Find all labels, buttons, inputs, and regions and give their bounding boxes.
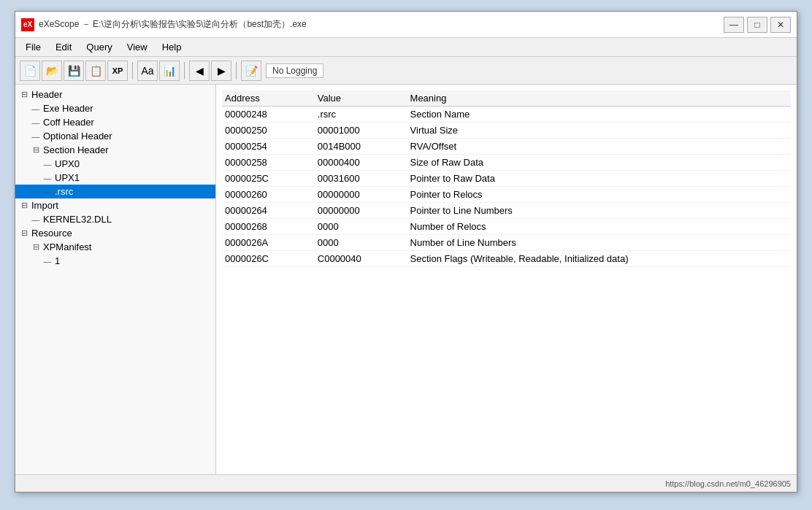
cell-meaning: RVA/Offset bbox=[407, 139, 791, 155]
table-row[interactable]: 00000248.rsrcSection Name bbox=[222, 107, 791, 123]
toolbar-xp-button[interactable]: XP bbox=[107, 61, 128, 81]
toolbar-prev-button[interactable]: ◀ bbox=[189, 61, 210, 81]
tree-item[interactable]: —1 bbox=[15, 254, 215, 268]
toolbar-open-button[interactable]: 📂 bbox=[42, 61, 62, 81]
menu-view[interactable]: View bbox=[120, 40, 155, 54]
close-button[interactable]: ✕ bbox=[770, 17, 791, 33]
cell-value: 0000 bbox=[315, 235, 407, 251]
cell-meaning: Pointer to Line Numbers bbox=[407, 203, 791, 219]
tree-item[interactable]: —.rsrc bbox=[15, 185, 215, 198]
tree-item-label: Import bbox=[30, 200, 58, 211]
cell-value: 00000400 bbox=[315, 155, 407, 171]
cell-address: 00000250 bbox=[222, 123, 315, 139]
table-row[interactable]: 0000025000001000Virtual Size bbox=[222, 123, 791, 139]
toolbar-save-button[interactable]: 💾 bbox=[64, 61, 84, 81]
toolbar-log-button[interactable]: 📝 bbox=[241, 61, 261, 81]
logging-status: No Logging bbox=[266, 63, 323, 78]
table-row[interactable]: 000002680000Number of Relocs bbox=[222, 219, 791, 235]
table-row[interactable]: 0000025C00031600Pointer to Raw Data bbox=[222, 171, 791, 187]
toolbar-next-button[interactable]: ▶ bbox=[211, 61, 231, 81]
main-window: eX eXeScope － E:\逆向分析\实验报告\实验5\逆向分析（best… bbox=[15, 11, 797, 492]
table-row[interactable]: 0000026CC0000040Section Flags (Writeable… bbox=[222, 251, 791, 267]
restore-button[interactable]: □ bbox=[747, 17, 767, 33]
menu-help[interactable]: Help bbox=[155, 40, 189, 54]
tree-item[interactable]: ⊟XPManifest bbox=[15, 240, 215, 254]
menu-bar: File Edit Query View Help bbox=[15, 38, 797, 57]
toolbar-separator-1 bbox=[132, 62, 133, 80]
cell-meaning: Pointer to Relocs bbox=[407, 187, 791, 203]
status-bar: https://blog.csdn.net/m0_46296905 bbox=[15, 474, 797, 492]
menu-file[interactable]: File bbox=[18, 40, 48, 54]
table-row[interactable]: 000002540014B000RVA/Offset bbox=[222, 139, 791, 155]
app-icon: eX bbox=[21, 18, 34, 31]
table-row[interactable]: 0000026400000000Pointer to Line Numbers bbox=[222, 203, 791, 219]
tree-item[interactable]: —Coff Header bbox=[15, 115, 215, 129]
tree-item-label: Coff Header bbox=[42, 117, 94, 128]
tree-item[interactable]: ⊟Resource bbox=[15, 226, 215, 240]
detail-panel: Address Value Meaning 00000248.rsrcSecti… bbox=[216, 85, 797, 474]
tree-expand-icon: — bbox=[42, 188, 53, 196]
cell-address: 00000268 bbox=[222, 219, 315, 235]
cell-meaning: Number of Relocs bbox=[407, 219, 791, 235]
window-controls: — □ ✕ bbox=[724, 17, 791, 33]
toolbar: 📄 📂 💾 📋 XP Aa 📊 ◀ ▶ 📝 No Logging bbox=[15, 57, 797, 85]
status-url: https://blog.csdn.net/m0_46296905 bbox=[665, 479, 791, 488]
tree-item[interactable]: —UPX1 bbox=[15, 171, 215, 185]
tree-item[interactable]: ⊟Import bbox=[15, 198, 215, 212]
cell-value: 0014B000 bbox=[315, 139, 407, 155]
tree-item[interactable]: ⊟Header bbox=[15, 88, 215, 101]
tree-item-label: UPX0 bbox=[53, 158, 80, 169]
tree-expand-icon: — bbox=[42, 257, 53, 266]
toolbar-new-button[interactable]: 📄 bbox=[20, 61, 40, 81]
tree-expand-icon: — bbox=[30, 118, 42, 127]
tree-item[interactable]: —KERNEL32.DLL bbox=[15, 212, 215, 226]
cell-meaning: Virtual Size bbox=[407, 123, 791, 139]
cell-value: 00000000 bbox=[315, 203, 407, 219]
window-title: eXeScope － E:\逆向分析\实验报告\实验5\逆向分析（best加壳）… bbox=[39, 18, 724, 31]
cell-value: C0000040 bbox=[315, 251, 407, 267]
toolbar-separator-3 bbox=[236, 62, 237, 80]
table-row[interactable]: 0000025800000400Size of Raw Data bbox=[222, 155, 791, 171]
tree-item-label: 1 bbox=[53, 255, 60, 266]
tree-item[interactable]: ⊟Section Header bbox=[15, 143, 215, 157]
toolbar-font-button[interactable]: Aa bbox=[137, 61, 158, 81]
tree-expand-icon: — bbox=[42, 174, 53, 182]
tree-expand-icon: ⊟ bbox=[30, 242, 42, 252]
toolbar-copy-button[interactable]: 📋 bbox=[85, 61, 106, 81]
cell-address: 0000025C bbox=[222, 171, 315, 187]
table-row[interactable]: 0000026000000000Pointer to Relocs bbox=[222, 187, 791, 203]
cell-value: 00001000 bbox=[315, 123, 407, 139]
minimize-button[interactable]: — bbox=[724, 17, 744, 33]
tree-expand-icon: — bbox=[30, 132, 42, 141]
cell-value: 00000000 bbox=[315, 187, 407, 203]
tree-item[interactable]: —UPX0 bbox=[15, 157, 215, 171]
tree-item-label: XPManifest bbox=[42, 242, 91, 252]
title-bar: eX eXeScope － E:\逆向分析\实验报告\实验5\逆向分析（best… bbox=[15, 12, 797, 38]
tree-item-label: UPX1 bbox=[53, 172, 80, 183]
tree-item[interactable]: —Optional Header bbox=[15, 129, 215, 143]
cell-value: .rsrc bbox=[315, 107, 407, 123]
main-content: ⊟Header—Exe Header—Coff Header—Optional … bbox=[15, 85, 797, 474]
toolbar-separator-2 bbox=[184, 62, 185, 80]
menu-query[interactable]: Query bbox=[79, 40, 119, 54]
menu-edit[interactable]: Edit bbox=[48, 40, 79, 54]
tree-item-label: .rsrc bbox=[53, 186, 73, 197]
cell-address: 0000026C bbox=[222, 251, 315, 267]
tree-item-label: Header bbox=[30, 89, 63, 100]
col-value: Value bbox=[315, 90, 407, 107]
cell-value: 00031600 bbox=[315, 171, 407, 187]
tree-item[interactable]: —Exe Header bbox=[15, 101, 215, 115]
tree-item-label: Section Header bbox=[42, 144, 109, 155]
cell-meaning: Section Flags (Writeable, Readable, Init… bbox=[407, 251, 791, 267]
cell-meaning: Section Name bbox=[407, 107, 791, 123]
tree-expand-icon: ⊟ bbox=[30, 145, 42, 155]
cell-meaning: Pointer to Raw Data bbox=[407, 171, 791, 187]
cell-address: 00000258 bbox=[222, 155, 315, 171]
table-row[interactable]: 0000026A0000Number of Line Numbers bbox=[222, 235, 791, 251]
tree-expand-icon: — bbox=[42, 160, 53, 169]
cell-address: 00000254 bbox=[222, 139, 315, 155]
cell-address: 00000248 bbox=[222, 107, 315, 123]
toolbar-chart-button[interactable]: 📊 bbox=[159, 61, 180, 81]
col-address: Address bbox=[222, 90, 315, 107]
cell-value: 0000 bbox=[315, 219, 407, 235]
